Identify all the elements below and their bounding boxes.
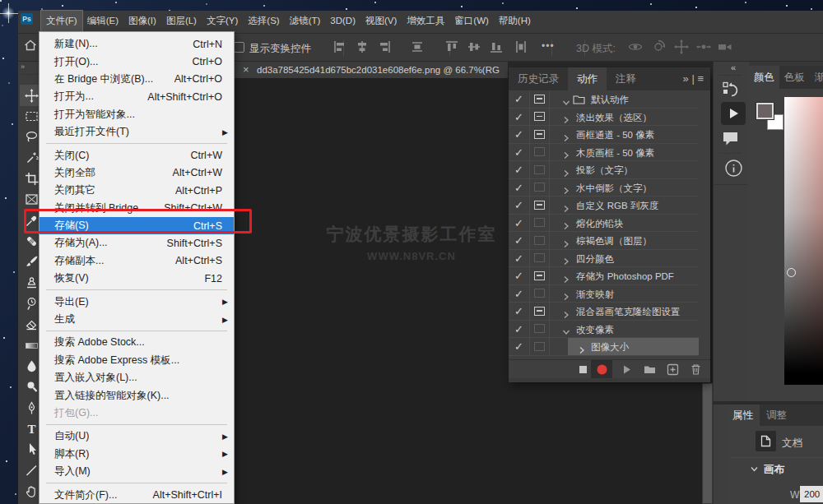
canvas-section-label[interactable]: 画布 — [764, 463, 784, 477]
action-row[interactable]: ✓混合器画笔克隆绘图设置 — [509, 303, 699, 321]
action-row[interactable]: ✓棕褐色调（图层） — [509, 232, 699, 250]
chevron-right-icon[interactable] — [562, 148, 570, 156]
dialog-toggle-icon[interactable] — [534, 289, 545, 298]
file-menu-item[interactable]: 新建(N)...Ctrl+N — [40, 35, 234, 53]
file-menu-item[interactable]: 最近打开文件(T)▶ — [40, 123, 234, 141]
tab-注释[interactable]: 注释 — [607, 67, 645, 90]
action-check-icon[interactable]: ✓ — [514, 111, 523, 123]
dialog-toggle-icon[interactable] — [534, 342, 545, 351]
tab-色板[interactable]: 色板 — [779, 66, 810, 89]
menu-item-2[interactable]: 图像(I) — [123, 11, 161, 33]
file-menu-item[interactable]: 导出(E)▶ — [40, 293, 234, 310]
3d-zoom-icon[interactable] — [718, 39, 732, 54]
file-menu-item[interactable]: 置入嵌入对象(L)... — [40, 369, 234, 386]
file-menu-item[interactable]: 关闭(C)Ctrl+W — [40, 146, 234, 164]
toolbar-collapse-icon[interactable]: » — [21, 62, 26, 71]
info-panel-icon[interactable] — [724, 159, 743, 178]
action-check-icon[interactable]: ✓ — [514, 146, 523, 159]
align-bottom-icon[interactable] — [489, 39, 504, 54]
delete-button[interactable] — [685, 360, 706, 379]
3d-roll-icon[interactable] — [651, 39, 666, 54]
dialog-toggle-icon[interactable] — [534, 253, 545, 262]
play-button[interactable] — [616, 360, 637, 379]
action-check-icon[interactable]: ✓ — [514, 164, 523, 176]
color-picker-marker[interactable] — [787, 268, 796, 277]
tab-渐变[interactable]: 渐变 — [810, 66, 823, 89]
file-menu-item[interactable]: 自动(U)▶ — [40, 428, 234, 445]
action-check-icon[interactable]: ✓ — [514, 217, 523, 229]
dialog-toggle-icon[interactable] — [534, 183, 545, 192]
menu-item-7[interactable]: 3D(D) — [325, 11, 360, 33]
menu-item-1[interactable]: 编辑(E) — [82, 11, 123, 33]
file-menu-item[interactable]: 在 Bridge 中浏览(B)...Alt+Ctrl+O — [40, 71, 234, 88]
action-row[interactable]: ✓投影（文字） — [509, 161, 699, 179]
more-options-icon[interactable]: ••• — [542, 40, 555, 52]
tab-调整[interactable]: 调整 — [760, 405, 793, 426]
close-tab-icon[interactable]: × — [243, 63, 249, 76]
chevron-down-icon[interactable] — [562, 95, 570, 104]
file-menu-item[interactable]: 打开为...Alt+Shift+Ctrl+O — [40, 88, 234, 105]
chevron-right-icon[interactable] — [562, 183, 570, 192]
chevron-right-icon[interactable] — [562, 113, 570, 121]
chevron-right-icon[interactable] — [562, 307, 570, 316]
action-row[interactable]: ✓木质画框 - 50 像素 — [509, 144, 699, 162]
dialog-toggle-icon[interactable] — [534, 112, 545, 121]
action-check-icon[interactable]: ✓ — [514, 199, 523, 211]
history-panel-icon[interactable] — [721, 81, 741, 99]
notes-panel-icon[interactable] — [721, 130, 741, 146]
file-menu-item[interactable]: 导入(M)▶ — [40, 463, 234, 480]
action-row[interactable]: ✓淡出效果（选区） — [509, 109, 699, 127]
photoshop-logo[interactable]: Ps — [21, 13, 33, 25]
action-row[interactable]: ✓渐变映射 — [509, 285, 699, 303]
chevron-right-icon[interactable] — [578, 343, 586, 351]
file-menu-item[interactable]: 搜索 Adobe Stock... — [40, 334, 234, 351]
dialog-toggle-icon[interactable] — [534, 271, 545, 280]
file-menu-item[interactable]: 置入链接的智能对象(K)... — [40, 386, 234, 404]
file-menu-item[interactable]: 存储为(A)...Shift+Ctrl+S — [40, 234, 234, 252]
file-menu-item[interactable]: 文件简介(F)...Alt+Shift+Ctrl+I — [40, 486, 234, 503]
tab-属性[interactable]: 属性 — [726, 405, 760, 426]
new-folder-button[interactable] — [639, 360, 660, 379]
tab-历史记录[interactable]: 历史记录 — [509, 67, 568, 90]
chevron-right-icon[interactable] — [562, 254, 570, 262]
dialog-toggle-icon[interactable] — [534, 95, 545, 104]
action-row[interactable]: ✓自定义 RGB 到灰度 — [509, 197, 699, 215]
menu-item-5[interactable]: 选择(S) — [243, 11, 284, 33]
action-check-icon[interactable]: ✓ — [514, 234, 523, 247]
menu-item-6[interactable]: 滤镜(T) — [285, 11, 326, 33]
chevron-right-icon[interactable] — [562, 166, 570, 174]
tab-动作[interactable]: 动作 — [568, 67, 607, 90]
menu-item-9[interactable]: 增效工具 — [402, 11, 449, 33]
canvas-vertical-scrollbar[interactable] — [702, 383, 713, 504]
chevron-right-icon[interactable] — [562, 289, 570, 298]
home-icon[interactable] — [23, 38, 38, 53]
file-menu-item[interactable]: 恢复(V)F12 — [40, 270, 234, 287]
file-menu-item[interactable]: 脚本(R)▶ — [40, 446, 234, 463]
dialog-toggle-icon[interactable] — [534, 130, 545, 139]
action-check-icon[interactable]: ✓ — [514, 305, 523, 317]
menu-item-4[interactable]: 文字(Y) — [202, 11, 243, 33]
distribute-h-icon[interactable] — [410, 39, 425, 54]
distribute-v-icon[interactable] — [514, 39, 528, 54]
dialog-toggle-icon[interactable] — [534, 307, 545, 316]
chevron-down-icon[interactable] — [751, 465, 758, 473]
align-right-icon[interactable] — [377, 39, 392, 54]
align-center-h-icon[interactable] — [355, 39, 370, 54]
file-menu-item[interactable]: 关闭全部Alt+Ctrl+W — [40, 164, 234, 182]
color-picker-gradient[interactable] — [784, 97, 823, 385]
chevron-right-icon[interactable] — [562, 237, 570, 245]
menu-item-10[interactable]: 窗口(W) — [449, 11, 494, 33]
action-check-icon[interactable]: ✓ — [514, 323, 523, 335]
collapse-panels-icon[interactable]: « — [731, 62, 736, 72]
menu-item-11[interactable]: 帮助(H) — [494, 11, 536, 33]
action-check-icon[interactable]: ✓ — [514, 93, 523, 105]
chevron-down-icon[interactable] — [562, 325, 570, 333]
3d-pan-icon[interactable] — [674, 39, 689, 54]
action-check-icon[interactable]: ✓ — [514, 270, 523, 282]
align-left-icon[interactable] — [332, 39, 347, 54]
action-row[interactable]: ✓熔化的铅块 — [509, 215, 699, 233]
file-menu-item[interactable]: 关闭其它Alt+Ctrl+P — [40, 182, 234, 199]
action-row[interactable]: ✓存储为 Photoshop PDF — [509, 267, 699, 285]
new-action-button[interactable] — [662, 360, 683, 379]
panel-menu-icon[interactable]: » | ≡ — [683, 67, 704, 90]
